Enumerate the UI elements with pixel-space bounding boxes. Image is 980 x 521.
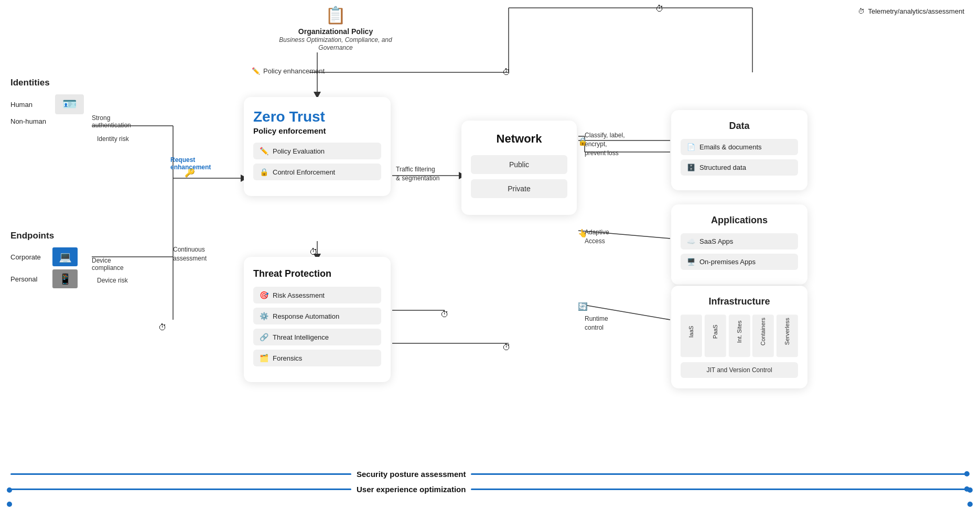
org-policy-subtitle: Business Optimization, Compliance, and G… <box>279 36 392 51</box>
onprem-apps-label: On-premises Apps <box>699 258 756 266</box>
security-bar-dot <box>964 471 970 476</box>
strong-auth-label: Strong authentication <box>92 114 131 129</box>
threat-protection-title: Threat Protection <box>253 268 381 279</box>
emails-icon: 📄 <box>687 143 695 151</box>
telemetry-text: Telemetry/analytics/assessment <box>868 7 964 15</box>
structured-data-item: 🗄️ Structured data <box>681 159 798 176</box>
onprem-icon: 🖥️ <box>687 258 695 266</box>
corporate-icon: 💻 <box>52 247 78 266</box>
svg-text:⏱: ⏱ <box>502 343 511 352</box>
zero-trust-box: Zero Trust Policy enforcement ✏️ Policy … <box>244 97 391 196</box>
policy-evaluation-item: ✏️ Policy Evaluation <box>253 143 381 159</box>
diagram-container: ⏱ ⏱ ⏱ ⏱ ⏱ 🔑 ⏱ 🔒 👆 🔄 ⏱ Telemetry/analytic… <box>0 0 980 521</box>
nonhuman-label: Non-human <box>10 117 50 125</box>
risk-assessment-item: 🎯 Risk Assessment <box>253 287 381 303</box>
data-box: Data 📄 Emails & documents 🗄️ Structured … <box>671 110 807 190</box>
risk-icon: 🎯 <box>260 291 268 299</box>
emails-docs-item: 📄 Emails & documents <box>681 139 798 155</box>
infra-containers: Containers <box>752 314 774 357</box>
threat-intelligence-item: 🔗 Threat Intelligence <box>253 329 381 345</box>
doc-icon: 📋 <box>278 5 393 25</box>
forensics-label: Forensics <box>273 354 302 362</box>
infrastructure-box: Infrastructure IaaS PaaS Int. Sites Cont… <box>671 286 807 388</box>
adaptive-access-label: Adaptive Access <box>585 228 609 246</box>
control-enforcement-label: Control Enforcement <box>273 168 335 176</box>
connector-lines: ⏱ ⏱ ⏱ ⏱ ⏱ 🔑 ⏱ 🔒 👆 🔄 <box>0 0 980 521</box>
control-enforcement-item: 🔒 Control Enforcement <box>253 164 381 180</box>
svg-point-25 <box>7 502 12 507</box>
infra-serverless: Serverless <box>777 314 798 357</box>
device-risk-label: Device risk <box>97 277 128 284</box>
security-bar-right <box>471 473 970 475</box>
infra-iaas: IaaS <box>681 314 702 357</box>
policy-enforcement-label: Policy enforcement <box>253 126 381 135</box>
human-row: Human 🪪 <box>10 94 84 114</box>
network-public-label: Public <box>509 160 529 169</box>
forensics-icon: 🗂️ <box>260 354 268 362</box>
svg-text:⏱: ⏱ <box>158 323 167 332</box>
endpoints-title: Endpoints <box>10 231 78 241</box>
svg-text:⏱: ⏱ <box>502 68 511 77</box>
emails-docs-label: Emails & documents <box>699 143 762 151</box>
personal-row: Personal 📱 <box>10 269 78 288</box>
infra-columns: IaaS PaaS Int. Sites Containers Serverle… <box>681 314 798 357</box>
zero-trust-title: Zero Trust <box>253 108 381 125</box>
ux-bar-dot <box>964 486 970 492</box>
security-posture-bar: Security posture assessment <box>10 470 970 479</box>
network-title: Network <box>471 132 567 146</box>
runtime-control-label: Runtime control <box>585 314 608 332</box>
saas-icon: ☁️ <box>687 237 695 245</box>
response-automation-item: ⚙️ Response Automation <box>253 308 381 324</box>
network-private-item: Private <box>471 179 567 198</box>
apps-title: Applications <box>681 215 798 226</box>
onprem-apps-item: 🖥️ On-premises Apps <box>681 254 798 270</box>
control-enforce-icon: 🔒 <box>260 168 268 176</box>
svg-text:⏱: ⏱ <box>440 310 449 319</box>
bottom-bars: Security posture assessment User experie… <box>0 470 980 500</box>
response-icon: ⚙️ <box>260 312 268 320</box>
structured-icon: 🗄️ <box>687 164 695 171</box>
response-automation-label: Response Automation <box>273 312 339 320</box>
svg-text:🔄: 🔄 <box>578 302 588 311</box>
traffic-filtering-label: Traffic filtering & segmentation <box>396 165 439 183</box>
user-experience-label: User experience optimization <box>357 485 466 494</box>
human-icon: 🪪 <box>55 94 84 114</box>
org-policy-title: Organizational Policy <box>298 27 373 36</box>
security-bar-left <box>10 473 351 475</box>
infra-int-sites: Int. Sites <box>729 314 750 357</box>
endpoints-section: Endpoints Corporate 💻 Personal 📱 <box>10 231 78 291</box>
structured-data-label: Structured data <box>699 164 746 171</box>
personal-label: Personal <box>10 275 47 283</box>
threat-protection-box: Threat Protection 🎯 Risk Assessment ⚙️ R… <box>244 257 391 382</box>
identities-title: Identities <box>10 78 84 88</box>
threat-intelligence-label: Threat Intelligence <box>273 333 329 341</box>
identity-risk-label: Identity risk <box>97 135 129 143</box>
device-compliance-label: Device compliance <box>92 257 124 272</box>
network-private-label: Private <box>508 184 531 193</box>
svg-point-27 <box>967 502 973 507</box>
nonhuman-row: Non-human <box>10 117 84 125</box>
corporate-label: Corporate <box>10 253 47 261</box>
security-posture-label: Security posture assessment <box>357 470 466 479</box>
pencil-icon: ✏️ <box>252 67 260 75</box>
policy-enhancement-label: Policy enhancement <box>263 67 325 75</box>
infra-paas: PaaS <box>705 314 726 357</box>
personal-icon: 📱 <box>52 269 78 288</box>
data-title: Data <box>681 121 798 132</box>
telemetry-icon: ⏱ <box>858 7 865 15</box>
policy-eval-icon: ✏️ <box>260 147 268 155</box>
human-label: Human <box>10 101 50 108</box>
telemetry-label: ⏱ Telemetry/analytics/assessment <box>858 7 964 15</box>
policy-evaluation-label: Policy Evaluation <box>273 147 325 155</box>
request-enhancement-label: Request enhancement <box>170 156 211 171</box>
user-experience-bar: User experience optimization <box>10 485 970 494</box>
classify-label: Classify, label, encrypt, prevent loss <box>585 131 624 157</box>
threat-intel-icon: 🔗 <box>260 333 268 341</box>
infra-title: Infrastructure <box>681 296 798 307</box>
jit-version-control: JIT and Version Control <box>681 362 798 378</box>
risk-assessment-label: Risk Assessment <box>273 291 325 299</box>
policy-enhancement: ✏️ Policy enhancement <box>252 67 325 75</box>
ux-bar-left <box>10 489 351 490</box>
svg-text:⏱: ⏱ <box>309 247 318 256</box>
network-box: Network Public Private <box>461 121 577 215</box>
